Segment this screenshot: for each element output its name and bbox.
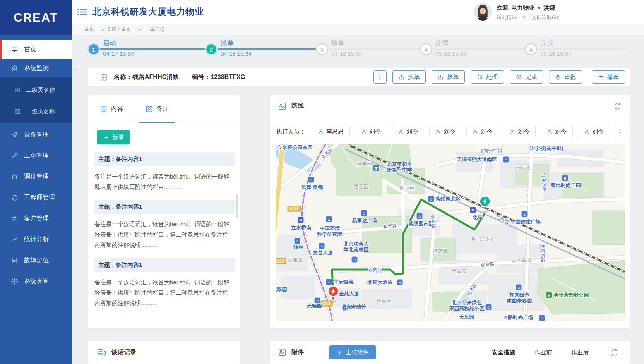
notes-tabs: 内容备注 bbox=[88, 95, 240, 123]
attachment-tab[interactable]: 作业前 bbox=[534, 349, 552, 356]
breadcrumb-item[interactable]: 首页 bbox=[84, 26, 94, 33]
attachment-tab[interactable]: 安全措施 bbox=[492, 349, 515, 356]
refresh-icon[interactable] bbox=[610, 348, 619, 357]
step-circle-5: 4 bbox=[525, 43, 537, 55]
svg-text:⌂: ⌂ bbox=[310, 177, 313, 182]
attachments-title: 附件 bbox=[291, 349, 304, 357]
svg-text:⌂: ⌂ bbox=[363, 211, 365, 215]
tab-content[interactable]: 内容 bbox=[100, 95, 123, 123]
sidebar-item-home[interactable]: 首页 bbox=[0, 40, 72, 59]
chevron-down-icon[interactable]: ▼ bbox=[537, 6, 541, 10]
map-label: 国际城 bbox=[515, 165, 530, 171]
process-button[interactable]: 处理 bbox=[471, 70, 504, 84]
map-label: 清友园 bbox=[433, 248, 448, 254]
executor-chip[interactable]: 刘今 bbox=[429, 125, 461, 138]
logo[interactable]: CREAT bbox=[0, 0, 72, 35]
svg-text:⌂: ⌂ bbox=[517, 285, 520, 290]
sidebar-item-settings[interactable]: 系统设置 bbox=[0, 273, 72, 290]
svg-text:清友园: 清友园 bbox=[433, 248, 448, 254]
sidebar-item-stats[interactable]: 统计分析 bbox=[0, 231, 72, 248]
svg-text:⌂: ⌂ bbox=[353, 257, 356, 262]
map-canvas[interactable]: S213S213S213立水桥公园东区立通路望春园文北京市和平街第一中学⌂旭辉·… bbox=[276, 144, 625, 321]
step-label: 接单 bbox=[331, 39, 344, 48]
breadcrumb-item[interactable]: 工单详情 bbox=[145, 26, 165, 33]
svg-text:蓝地时尚庄园: 蓝地时尚庄园 bbox=[550, 182, 581, 188]
svg-text:M: M bbox=[471, 208, 474, 212]
note-topic: 主题：备注内容1 bbox=[94, 152, 235, 166]
sidebar-item-workorder[interactable]: 工单管理 bbox=[0, 147, 72, 164]
map-label: 双营路 bbox=[480, 261, 495, 268]
sidebar-item-customer[interactable]: 客户管理 bbox=[0, 210, 72, 227]
top-bar: 北京科锐研发大厦电力物业 欢迎, 电力物业 ▼ 洪娜 访问情况：今日访问次数6次… bbox=[72, 0, 644, 24]
upload-attachment-button[interactable]: ＋ 上传附件 bbox=[329, 345, 376, 359]
page-title: 北京科锐研发大厦电力物业 bbox=[92, 6, 204, 18]
notes-scrollbar[interactable] bbox=[236, 194, 238, 218]
sidebar-subitem[interactable]: 二级页名称 bbox=[0, 80, 72, 100]
talk-record-title: 谈话记录 bbox=[111, 349, 136, 357]
accept-button[interactable]: 接单 bbox=[432, 70, 465, 84]
refresh-icon[interactable] bbox=[613, 101, 622, 111]
revoke-button[interactable]: 撤单 bbox=[592, 70, 625, 84]
sidebar-item-dispatch[interactable]: 调度管理 bbox=[0, 168, 72, 185]
step-circle-3: 3 bbox=[316, 43, 328, 55]
map-label: 山水蓝堤 bbox=[512, 257, 532, 263]
user-info[interactable]: 欢迎, 电力物业 ▼ 洪娜 访问情况：今日访问次数6次 bbox=[474, 3, 560, 21]
map-label: 望春园 bbox=[357, 161, 372, 167]
svg-text:时代庄园: 时代庄园 bbox=[472, 236, 492, 242]
step-connector bbox=[432, 48, 525, 50]
chat-icon bbox=[97, 348, 106, 357]
chevron-down-icon bbox=[61, 65, 66, 71]
breadcrumb: 首页-->GIS子首页-->工单详情 bbox=[72, 24, 644, 35]
executor-chip[interactable]: 刘今 bbox=[504, 125, 536, 138]
executor-chip[interactable]: 刘今 bbox=[578, 125, 610, 138]
header-icons: 5 ? 2017-08-13 星期二 bbox=[595, 0, 644, 24]
back-button[interactable] bbox=[373, 70, 387, 84]
svg-text:S213: S213 bbox=[321, 302, 331, 306]
svg-text:▲: ▲ bbox=[327, 218, 331, 221]
flower-icon bbox=[99, 72, 109, 82]
workorder-header-card: 名称：线路AFHHC消缺 编号：1238BTFXG 派单接单处理完成审批撤单 bbox=[88, 68, 630, 86]
sidebar-item-fault[interactable]: 故障定位 bbox=[0, 252, 72, 269]
approve-button[interactable]: 审批 bbox=[549, 70, 582, 84]
executor-chip[interactable]: 刘今 bbox=[466, 125, 498, 138]
attachment-tab[interactable]: 作业后 bbox=[571, 349, 589, 356]
map-label: 双营路 bbox=[368, 267, 382, 273]
executors-more-button[interactable]: › bbox=[615, 125, 625, 138]
sidebar-item-device[interactable]: 设备管理 bbox=[0, 126, 72, 143]
notes-card: 内容备注 ＋ 新增 主题：备注内容1备注是一个汉语词汇，读音为bèi zhù。词… bbox=[88, 95, 240, 328]
svg-text:北苑: 北苑 bbox=[472, 215, 483, 220]
plus-icon: ＋ bbox=[336, 349, 343, 356]
breadcrumb-item[interactable]: GIS子首页 bbox=[108, 26, 131, 33]
sidebar-item-system-monitor[interactable]: 系统监测 bbox=[0, 59, 72, 77]
svg-text:⌂: ⌂ bbox=[328, 280, 331, 284]
svg-text:领地: 领地 bbox=[293, 244, 303, 250]
sidebar-item-engineer[interactable]: 工程师管理 bbox=[0, 189, 72, 206]
executor-chip[interactable]: 刘今 bbox=[392, 125, 424, 138]
sidebar-submenu: 二级页名称二级页名称 bbox=[0, 77, 72, 123]
svg-text:莲葩园: 莲葩园 bbox=[354, 184, 369, 189]
add-note-button[interactable]: ＋ 新增 bbox=[97, 130, 130, 144]
executor-chip[interactable]: 李思思 bbox=[312, 125, 350, 138]
route-title: 路线 bbox=[291, 102, 304, 110]
sidebar-subitem[interactable]: 二级页名称 bbox=[0, 101, 72, 122]
tab-remark[interactable]: 备注 bbox=[146, 95, 169, 123]
map-label: ⌂康宏瑞普 bbox=[342, 304, 366, 311]
dispatch-button[interactable]: 派单 bbox=[392, 70, 426, 84]
avatar[interactable] bbox=[474, 3, 492, 21]
svg-text:天润福熙大道南区: 天润福熙大道南区 bbox=[456, 156, 497, 162]
svg-text:桑普大厦: 桑普大厦 bbox=[313, 250, 333, 256]
svg-text:⌂: ⌂ bbox=[541, 316, 543, 320]
step-date: 04-17 15:34 bbox=[103, 50, 134, 57]
map-label: 铁苋园 bbox=[399, 185, 415, 191]
svg-text:语学校(高中部): 语学校(高中部) bbox=[529, 145, 564, 151]
menu-toggle-icon[interactable] bbox=[77, 7, 88, 17]
svg-text:⌂: ⌂ bbox=[320, 244, 323, 248]
executor-chip[interactable]: 刘今 bbox=[541, 125, 573, 138]
map-label: 立水桥公园东区 bbox=[277, 144, 313, 150]
executor-chip[interactable]: 刘今 bbox=[355, 125, 387, 138]
map-label: 天居园 bbox=[288, 257, 303, 263]
svg-text:⌂: ⌂ bbox=[505, 157, 507, 162]
workorder-name: 名称：线路AFHHC消缺 bbox=[114, 73, 179, 81]
attachment-icon bbox=[278, 348, 286, 357]
complete-button[interactable]: 完成 bbox=[510, 70, 543, 84]
